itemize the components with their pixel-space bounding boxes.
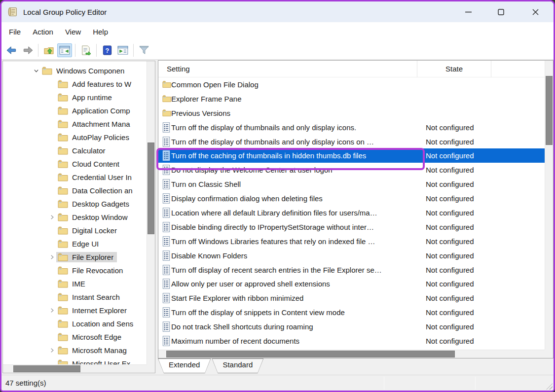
setting-name: Turn off display of recent search entrie… xyxy=(171,266,417,274)
column-header-setting[interactable]: Setting xyxy=(158,61,417,77)
new-window-button[interactable] xyxy=(115,43,130,57)
parent-folder-button[interactable] xyxy=(41,43,56,57)
tree-item-label: Data Collection an xyxy=(72,186,133,195)
menu-file[interactable]: File xyxy=(3,25,27,39)
maximize-button[interactable] xyxy=(484,1,517,22)
help-button[interactable]: ? xyxy=(100,43,114,57)
folder-icon xyxy=(58,133,68,142)
list-row[interactable]: Do not display the Welcome Center at use… xyxy=(158,163,545,177)
list-row[interactable]: Turn off Windows Libraries features that… xyxy=(158,234,545,249)
minimize-button[interactable] xyxy=(452,1,484,22)
tree-item-attachment-mana[interactable]: Attachment Mana xyxy=(3,117,147,131)
tree-item-label: Microsoft Edge xyxy=(72,333,121,341)
folder-icon xyxy=(58,333,68,341)
toolbar-separator xyxy=(133,44,134,57)
close-button[interactable] xyxy=(517,1,554,22)
tree-item-desktop-gadgets[interactable]: Desktop Gadgets xyxy=(3,197,147,211)
setting-state: Not configured xyxy=(417,337,491,345)
status-divider xyxy=(384,377,384,390)
tree-expander[interactable] xyxy=(32,68,40,73)
tree-item-digital-locker[interactable]: Digital Locker xyxy=(3,224,147,237)
tree-item-add-features-to-w[interactable]: Add features to W xyxy=(3,77,147,91)
tree-item-data-collection-an[interactable]: Data Collection an xyxy=(3,184,147,197)
list-row[interactable]: Maximum number of recent documentsNot co… xyxy=(158,334,545,348)
resize-grip[interactable] xyxy=(546,383,553,390)
list-row[interactable]: Turn off display of recent search entrie… xyxy=(158,263,545,277)
setting-name: Turn off the caching of thumbnails in hi… xyxy=(171,151,417,160)
tree-item-file-revocation[interactable]: File Revocation xyxy=(3,264,147,277)
folder-icon xyxy=(58,146,68,155)
menu-view[interactable]: View xyxy=(59,25,87,39)
tree-item-desktop-window[interactable]: Desktop Window xyxy=(3,211,147,224)
tree-item-internet-explorer[interactable]: Internet Explorer xyxy=(3,304,147,317)
tab-extended[interactable]: Extended xyxy=(158,358,211,373)
forward-arrow-icon xyxy=(22,46,33,55)
menu-help[interactable]: Help xyxy=(87,25,114,39)
folder-icon xyxy=(162,80,171,88)
folder-icon xyxy=(58,293,68,301)
console-tree-toggle-button[interactable] xyxy=(57,43,72,57)
tree-item-microsoft-manag[interactable]: Microsoft Manag xyxy=(3,344,147,357)
folder-icon xyxy=(58,186,68,195)
tree-expander[interactable] xyxy=(47,254,56,260)
folder-icon xyxy=(58,293,68,301)
folder-icon xyxy=(58,213,68,221)
tree-item-application-comp[interactable]: Application Comp xyxy=(3,104,147,117)
list-vertical-scrollbar[interactable] xyxy=(545,61,553,350)
list-horizontal-scrollbar[interactable] xyxy=(158,350,545,358)
tree-expander[interactable] xyxy=(47,308,56,313)
list-hscroll-thumb[interactable] xyxy=(166,351,455,357)
folder-icon xyxy=(58,133,68,142)
list-row[interactable]: Turn off the display of thumbnails and o… xyxy=(158,135,545,149)
tree-expander[interactable] xyxy=(47,348,56,353)
minimize-icon xyxy=(465,9,472,15)
back-button[interactable] xyxy=(4,43,19,57)
tab-standard[interactable]: Standard xyxy=(212,358,263,373)
column-header-state[interactable]: State xyxy=(417,61,491,77)
policy-setting-icon xyxy=(158,165,171,175)
list-row[interactable]: Turn on Classic ShellNot configured xyxy=(158,177,545,191)
tree-hscroll-thumb[interactable] xyxy=(13,365,80,372)
list-row[interactable]: Do not track Shell shortcuts during roam… xyxy=(158,320,545,334)
tree-item-label: Instant Search xyxy=(72,293,120,301)
list-row[interactable]: Start File Explorer with ribbon minimize… xyxy=(158,291,545,305)
list-vscroll-thumb[interactable] xyxy=(546,76,553,145)
policy-setting-icon xyxy=(162,150,170,161)
tree-item-file-explorer[interactable]: File Explorer xyxy=(3,250,147,264)
setting-state: Not configured xyxy=(417,194,491,203)
tree-item-ime[interactable]: IME xyxy=(3,277,147,290)
list-row[interactable]: Disable binding directly to IPropertySet… xyxy=(158,220,545,234)
tree-item-instant-search[interactable]: Instant Search xyxy=(3,290,147,304)
tree-vertical-scrollbar[interactable] xyxy=(147,61,155,364)
list-row[interactable]: Common Open File Dialog xyxy=(158,77,545,92)
list-row[interactable]: Explorer Frame Pane xyxy=(158,92,545,106)
folder-icon xyxy=(58,359,68,364)
forward-button[interactable] xyxy=(20,43,35,57)
list-row[interactable]: Previous Versions xyxy=(158,106,545,120)
list-row[interactable]: Turn off the caching of thumbnails in hi… xyxy=(158,148,545,163)
tree-item-autoplay-policies[interactable]: AutoPlay Policies xyxy=(3,131,147,144)
list-row[interactable]: Turn off the display of thumbnails and o… xyxy=(158,120,545,135)
tree-vscroll-thumb[interactable] xyxy=(148,143,154,234)
setting-name: Do not track Shell shortcuts during roam… xyxy=(171,322,417,331)
tree-item-microsoft-user-ex[interactable]: Microsoft User Ex xyxy=(3,357,147,364)
menu-action[interactable]: Action xyxy=(27,25,59,39)
filter-icon xyxy=(139,45,149,55)
filter-button[interactable] xyxy=(137,43,151,57)
tree-item-windows-componen[interactable]: Windows Componen xyxy=(3,64,147,77)
tree-item-edge-ui[interactable]: Edge UI xyxy=(3,237,147,250)
list-row[interactable]: Turn off the display of snippets in Cont… xyxy=(158,305,545,320)
list-row[interactable]: Display confirmation dialog when deletin… xyxy=(158,191,545,206)
export-list-button[interactable] xyxy=(78,43,93,57)
list-row[interactable]: Location where all default Library defin… xyxy=(158,206,545,220)
tree-item-microsoft-edge[interactable]: Microsoft Edge xyxy=(3,330,147,344)
tree-item-app-runtime[interactable]: App runtime xyxy=(3,91,147,104)
tree-item-location-and-sens[interactable]: Location and Sens xyxy=(3,317,147,330)
list-row[interactable]: Allow only per user or approved shell ex… xyxy=(158,277,545,291)
tree-expander[interactable] xyxy=(47,214,56,220)
tree-item-cloud-content[interactable]: Cloud Content xyxy=(3,157,147,171)
tree-item-calculator[interactable]: Calculator xyxy=(3,144,147,157)
tree-item-credential-user-in[interactable]: Credential User In xyxy=(3,171,147,184)
tree-horizontal-scrollbar[interactable] xyxy=(3,364,147,373)
list-row[interactable]: Disable Known FoldersNot configured xyxy=(158,249,545,263)
